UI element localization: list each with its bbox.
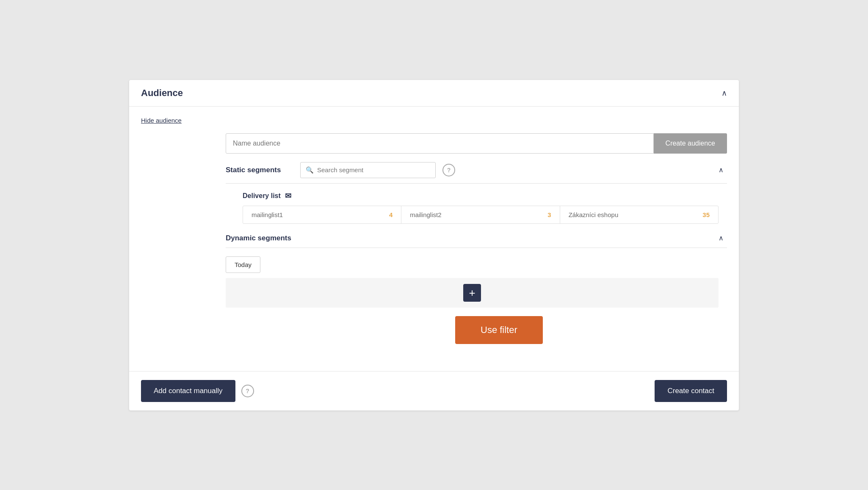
create-audience-button[interactable]: Create audience xyxy=(654,133,727,154)
use-filter-wrapper: Use filter xyxy=(141,316,727,344)
dynamic-segments-chevron-icon[interactable]: ∧ xyxy=(719,234,727,242)
add-contact-manually-button[interactable]: Add contact manually xyxy=(141,380,235,402)
create-contact-button[interactable]: Create contact xyxy=(655,380,727,402)
mailing-name-3: Zákazníci eshopu xyxy=(569,211,619,218)
search-icon: 🔍 xyxy=(306,166,314,174)
delivery-list-title: Delivery list xyxy=(243,192,281,200)
add-filter-button[interactable]: + xyxy=(463,284,481,302)
footer-left: Add contact manually ? xyxy=(141,380,254,402)
add-filter-area: + xyxy=(226,278,719,308)
static-segments-help-icon[interactable]: ? xyxy=(442,164,455,176)
mailing-item-2[interactable]: mailinglist2 3 xyxy=(401,206,560,223)
hide-audience-link[interactable]: Hide audience xyxy=(141,117,182,124)
static-divider xyxy=(226,183,727,184)
card-footer: Add contact manually ? Create contact xyxy=(129,371,739,410)
card-header: Audience ∧ xyxy=(129,80,739,107)
mailing-list-row: mailinglist1 4 mailinglist2 3 Zákazníci … xyxy=(243,206,719,224)
dynamic-divider xyxy=(226,248,727,248)
envelope-icon: ✉ xyxy=(285,191,291,201)
card-body: Hide audience Create audience Static seg… xyxy=(129,107,739,371)
mailing-count-2: 3 xyxy=(547,211,551,218)
static-segments-chevron-icon[interactable]: ∧ xyxy=(719,166,727,174)
delivery-list-area: Delivery list ✉ mailinglist1 4 mailingli… xyxy=(141,191,727,224)
delivery-list-label: Delivery list ✉ xyxy=(243,191,719,201)
mailing-item-1[interactable]: mailinglist1 4 xyxy=(243,206,401,223)
dynamic-content: Today + xyxy=(141,256,727,308)
mailing-item-3[interactable]: Zákazníci eshopu 35 xyxy=(560,206,718,223)
static-segments-label: Static segments xyxy=(226,166,293,174)
mailing-name-1: mailinglist1 xyxy=(252,211,283,218)
search-segment-input[interactable] xyxy=(317,166,419,173)
dynamic-segments-row: Dynamic segments ∧ xyxy=(141,234,727,242)
mailing-name-2: mailinglist2 xyxy=(410,211,441,218)
audience-name-row: Create audience xyxy=(141,133,727,154)
search-segment-box[interactable]: 🔍 xyxy=(300,162,436,178)
collapse-chevron-icon[interactable]: ∧ xyxy=(721,88,727,98)
use-filter-button[interactable]: Use filter xyxy=(455,316,543,344)
footer-help-icon[interactable]: ? xyxy=(241,385,254,397)
dynamic-segments-label: Dynamic segments xyxy=(226,234,293,242)
audience-name-input[interactable] xyxy=(226,133,654,154)
today-filter-box[interactable]: Today xyxy=(226,256,260,273)
mailing-count-3: 35 xyxy=(702,211,710,218)
mailing-count-1: 4 xyxy=(389,211,393,218)
main-card: Audience ∧ Hide audience Create audience… xyxy=(129,80,739,410)
page-title: Audience xyxy=(141,88,183,99)
static-segments-row: Static segments 🔍 ? ∧ xyxy=(141,162,727,178)
